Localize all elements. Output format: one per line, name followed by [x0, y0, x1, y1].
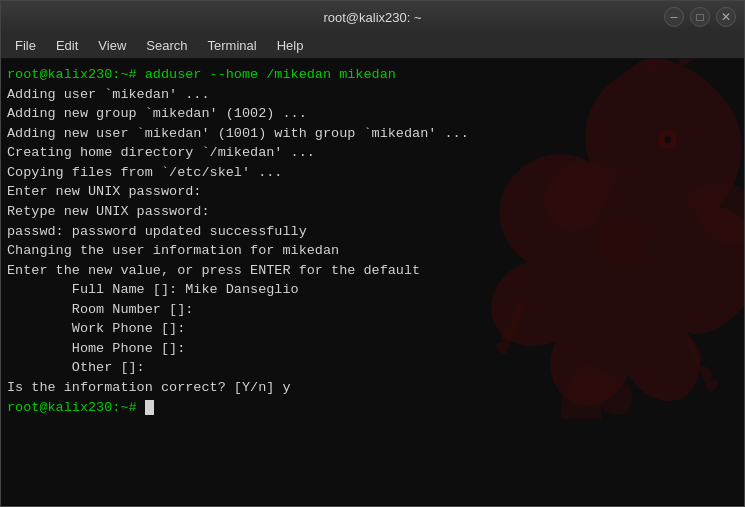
terminal-line: Adding user `mikedan' ... [7, 85, 738, 105]
terminal-line: Home Phone []: [7, 339, 738, 359]
terminal-line: Copying files from `/etc/skel' ... [7, 163, 738, 183]
menu-terminal[interactable]: Terminal [198, 36, 267, 55]
terminal-line: Other []: [7, 358, 738, 378]
terminal-line: root@kalix230:~# adduser --home /mikedan… [7, 65, 738, 85]
terminal-line: Creating home directory `/mikedan' ... [7, 143, 738, 163]
menu-bar: File Edit View Search Terminal Help [1, 33, 744, 59]
terminal-window: root@kalix230: ~ – □ ✕ File Edit View Se… [0, 0, 745, 507]
terminal-line: Changing the user information for mikeda… [7, 241, 738, 261]
terminal-line: Is the information correct? [Y/n] y [7, 378, 738, 398]
menu-search[interactable]: Search [136, 36, 197, 55]
window-controls: – □ ✕ [664, 7, 736, 27]
title-bar: root@kalix230: ~ – □ ✕ [1, 1, 744, 33]
terminal-line: Adding new user `mikedan' (1001) with gr… [7, 124, 738, 144]
terminal-output[interactable]: root@kalix230:~# adduser --home /mikedan… [1, 59, 744, 506]
terminal-cursor [145, 400, 154, 415]
menu-help[interactable]: Help [267, 36, 314, 55]
menu-edit[interactable]: Edit [46, 36, 88, 55]
terminal-line: Enter new UNIX password: [7, 182, 738, 202]
terminal-line: passwd: password updated successfully [7, 222, 738, 242]
maximize-button[interactable]: □ [690, 7, 710, 27]
terminal-line: root@kalix230:~# [7, 398, 738, 418]
minimize-button[interactable]: – [664, 7, 684, 27]
terminal-line: Room Number []: [7, 300, 738, 320]
terminal-lines: root@kalix230:~# adduser --home /mikedan… [7, 65, 738, 417]
menu-file[interactable]: File [5, 36, 46, 55]
terminal-line: Work Phone []: [7, 319, 738, 339]
terminal-line: Enter the new value, or press ENTER for … [7, 261, 738, 281]
menu-view[interactable]: View [88, 36, 136, 55]
window-title: root@kalix230: ~ [323, 10, 421, 25]
terminal-line: Full Name []: Mike Danseglio [7, 280, 738, 300]
terminal-line: Retype new UNIX password: [7, 202, 738, 222]
terminal-line: Adding new group `mikedan' (1002) ... [7, 104, 738, 124]
close-button[interactable]: ✕ [716, 7, 736, 27]
